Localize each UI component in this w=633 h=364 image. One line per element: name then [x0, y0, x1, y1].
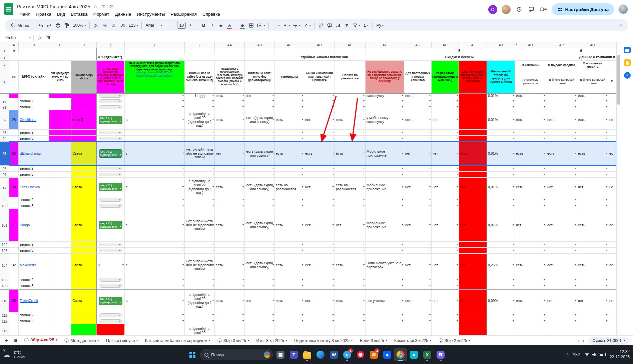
- cell-AI111[interactable]: [459, 312, 487, 318]
- cell-AA113[interactable]: [215, 324, 245, 335]
- cell-Y96[interactable]: [125, 166, 185, 172]
- cell-D95[interactable]: Света: [71, 142, 97, 166]
- cell-AJ104[interactable]: 0,25%: [487, 254, 515, 277]
- cell-AO96[interactable]: [515, 166, 546, 172]
- opera-icon[interactable]: [354, 348, 367, 361]
- cell-AG101[interactable]: есть: [404, 209, 432, 242]
- decrease-font-size-button[interactable]: −: [168, 21, 176, 30]
- cell-Y100[interactable]: [125, 203, 185, 209]
- column-header-AJ[interactable]: AJ◂▸: [487, 42, 515, 48]
- cell-AO113[interactable]: [515, 324, 546, 335]
- cell-AF105[interactable]: [366, 277, 404, 283]
- cell-AE101[interactable]: нет: [335, 209, 366, 242]
- row-header-102[interactable]: 102: [0, 242, 9, 248]
- cell-AC112[interactable]: [275, 318, 304, 324]
- cell-AQ94[interactable]: [577, 136, 608, 142]
- meet-camera-icon[interactable]: ▾: [540, 5, 548, 13]
- header-messengers[interactable]: Поддержка в мессенджерах Телеграм, Фейсб…: [215, 61, 245, 93]
- cell-AQ106[interactable]: [577, 283, 608, 289]
- dropdown-chip[interactable]: так, в КЦ підтверд или: [99, 297, 122, 305]
- cell-AA102[interactable]: [215, 242, 245, 248]
- cell-AC94[interactable]: [275, 136, 304, 142]
- cell-AB104[interactable]: есть (дать скрин или ссылку): [245, 254, 275, 277]
- cell-AD103[interactable]: [304, 248, 335, 254]
- cell-C97[interactable]: [49, 172, 71, 178]
- sheet-tab-Методология[interactable]: 2Методология▾: [61, 336, 102, 346]
- cell-AQ103[interactable]: [577, 248, 608, 254]
- cell-AB111[interactable]: [245, 312, 275, 318]
- cell-AP91[interactable]: [546, 104, 577, 110]
- cell-Y110[interactable]: є: [125, 289, 185, 312]
- cell-D99[interactable]: [71, 197, 97, 203]
- italic-button[interactable]: I: [208, 21, 216, 30]
- format-percent-button[interactable]: %: [101, 21, 109, 30]
- cell-B90[interactable]: звонок 2: [19, 98, 49, 104]
- cell-partial95[interactable]: ес: [608, 142, 616, 166]
- keyboard-language[interactable]: УКР: [573, 352, 580, 357]
- sheet-tab-Плюси і мінуси[interactable]: Плюси і мінуси▾: [102, 336, 141, 346]
- star-icon[interactable]: ☆: [93, 4, 98, 9]
- cell-X90[interactable]: [97, 98, 125, 104]
- cell-AI103[interactable]: [459, 248, 487, 254]
- column-header-partial[interactable]: [608, 42, 616, 48]
- chrome-icon[interactable]: [394, 348, 407, 361]
- cell-D103[interactable]: [71, 248, 97, 254]
- row-header-97[interactable]: 97: [0, 172, 9, 178]
- cell-AI93[interactable]: [459, 130, 487, 136]
- cell-AE95[interactable]: есть: [335, 142, 366, 166]
- cell-X111[interactable]: [97, 312, 125, 318]
- cell-Z110[interactable]: є відповіді на різні ?? (відповіли до 1 …: [185, 289, 215, 312]
- cell-AP102[interactable]: [546, 242, 577, 248]
- cell-partial111[interactable]: [608, 312, 616, 318]
- column-header-B[interactable]: B: [19, 42, 49, 48]
- tab-menu-caret-icon[interactable]: ▾: [351, 339, 353, 342]
- cell-Y92[interactable]: є: [125, 110, 185, 130]
- cell-AD93[interactable]: [304, 130, 335, 136]
- row-header-3-4[interactable]: 3 4: [0, 61, 9, 93]
- cell-AF101[interactable]: Мобильное приложение: [366, 209, 404, 242]
- teams-icon[interactable]: T: [287, 348, 300, 361]
- row-header-111[interactable]: 111: [0, 312, 9, 318]
- cell-X104[interactable]: ні: [97, 254, 125, 277]
- cell-A103[interactable]: [9, 248, 19, 254]
- cell-AQ91[interactable]: [577, 104, 608, 110]
- row-header-1[interactable]: 1: [0, 48, 9, 54]
- widgets-icon[interactable]: ▦: [274, 348, 287, 361]
- cell-AP92[interactable]: есть: [546, 110, 577, 130]
- cell-B102[interactable]: звонок 2: [19, 242, 49, 248]
- cell-AB102[interactable]: [245, 242, 275, 248]
- column-header-AB[interactable]: AB: [245, 42, 275, 48]
- header-requisites[interactable]: Оплата по реквизитам: [335, 61, 366, 93]
- cell-AQ90[interactable]: [577, 98, 608, 104]
- cell-AE105[interactable]: [335, 277, 366, 283]
- cell-AI106[interactable]: [459, 283, 487, 289]
- tray-status-icons[interactable]: [584, 353, 606, 357]
- cell-AI113[interactable]: [459, 324, 487, 335]
- cell-AI97[interactable]: [459, 172, 487, 178]
- cell-B110[interactable]: TrebaCredit: [19, 289, 49, 312]
- cell-D92[interactable]: Катя Д.: [71, 110, 97, 130]
- cell-AH102[interactable]: [432, 242, 459, 248]
- cell-X113[interactable]: [97, 324, 125, 335]
- cell-AO92[interactable]: есть: [515, 110, 546, 130]
- sheet-tab-Збір 3 кв/25[interactable]: 2Збір 3 кв/25▾: [214, 336, 252, 346]
- cell-X99[interactable]: [97, 197, 125, 203]
- cell-C91[interactable]: [49, 104, 71, 110]
- cell-A104[interactable]: 32: [9, 254, 19, 277]
- cell-AA111[interactable]: [215, 312, 245, 318]
- cell-Z100[interactable]: [185, 203, 215, 209]
- sheet-tab-Подготовка к итогу 3 кв 2025[interactable]: Подготовка к итогу 3 кв 2025▾: [290, 336, 356, 346]
- cell-AH106[interactable]: [432, 283, 459, 289]
- telegram-icon[interactable]: ▸1: [341, 348, 354, 361]
- row-header-92[interactable]: 92: [0, 110, 9, 130]
- cell-AH95[interactable]: нет: [432, 142, 459, 166]
- row-header-99[interactable]: 99: [0, 197, 9, 203]
- cell-AQ97[interactable]: [577, 172, 608, 178]
- cell-AH[interactable]: [432, 94, 459, 98]
- cell-D105[interactable]: [71, 277, 97, 283]
- merge-cells-button[interactable]: ▾: [256, 21, 266, 30]
- row-header-93[interactable]: 93: [0, 130, 9, 136]
- column-header-D[interactable]: D: [71, 42, 97, 48]
- cell-D111[interactable]: [71, 312, 97, 318]
- cell-B1[interactable]: [19, 48, 49, 54]
